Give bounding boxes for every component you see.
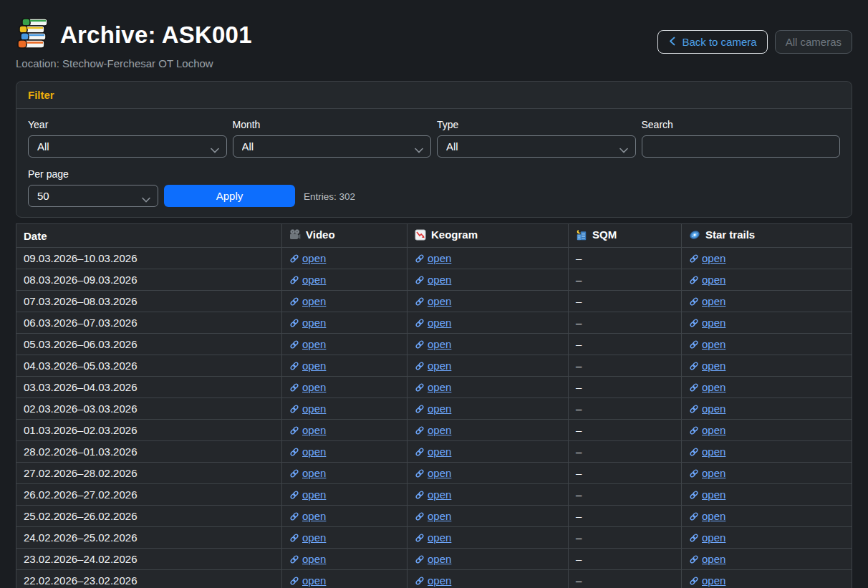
column-header-video: Video [282,224,408,248]
link-icon [289,404,299,414]
month-select[interactable]: All [233,135,432,158]
per-page-select[interactable]: 50 [28,185,158,207]
keogram-cell: open [408,549,569,570]
keogram-open-link[interactable]: open [415,338,451,350]
sqm-cell: – [569,506,682,527]
star-trails-open-link[interactable]: open [689,445,725,458]
link-icon [689,382,699,392]
keogram-open-link[interactable]: open [415,381,451,393]
video-open-link[interactable]: open [289,338,326,350]
video-cell: open [282,377,408,398]
table-row: 03.03.2026–04.03.2026 open open – open [16,377,852,398]
year-select[interactable]: All [28,135,227,158]
filter-panel: Filter Year All Month [16,81,852,218]
keogram-cell: open [408,334,569,355]
location-text: Location: Stechow-Ferchesar OT Lochow [16,57,252,69]
video-open-link[interactable]: open [289,553,326,565]
video-cell: open [282,441,408,463]
keogram-cell: open [408,398,569,420]
star-trails-open-link[interactable]: open [689,274,725,286]
star-trails-open-link[interactable]: open [689,488,725,501]
keogram-open-link[interactable]: open [415,510,451,522]
video-open-link[interactable]: open [289,403,326,415]
sqm-cell: – [569,269,682,291]
keogram-open-link[interactable]: open [415,488,451,501]
video-open-link[interactable]: open [289,252,326,264]
star-trails-open-link[interactable]: open [689,531,725,544]
keogram-open-link[interactable]: open [415,424,451,436]
apply-button[interactable]: Apply [164,185,295,207]
keogram-open-link[interactable]: open [415,553,451,565]
link-icon [289,554,299,564]
video-open-link[interactable]: open [289,360,326,372]
keogram-open-link[interactable]: open [415,403,451,415]
keogram-open-link[interactable]: open [415,445,451,458]
star-trails-open-link[interactable]: open [689,252,725,264]
video-open-link[interactable]: open [289,445,326,458]
archive-table-body: 09.03.2026–10.03.2026 open open – open 0… [16,248,852,588]
video-open-link[interactable]: open [289,317,326,329]
type-select[interactable]: All [437,135,636,158]
star-trails-open-link[interactable]: open [689,381,725,393]
column-header-sqm: SQM [569,224,682,248]
star-trails-cell: open [682,484,852,506]
link-icon [689,447,699,457]
date-cell: 02.03.2026–03.03.2026 [16,398,282,420]
star-trails-open-link[interactable]: open [689,510,725,522]
video-open-link[interactable]: open [289,467,326,479]
keogram-open-link[interactable]: open [415,531,451,544]
video-open-link[interactable]: open [289,274,326,286]
star-trails-open-link[interactable]: open [689,338,725,350]
video-open-link[interactable]: open [289,424,326,436]
star-trails-open-link[interactable]: open [689,424,725,436]
keogram-open-link[interactable]: open [415,574,451,587]
star-trails-open-link[interactable]: open [689,317,725,329]
star-trails-cell: open [682,398,852,420]
star-trails-open-link[interactable]: open [689,574,725,587]
link-icon [415,254,425,264]
link-icon [415,468,425,478]
video-cell: open [282,506,408,527]
sqm-cell: – [569,420,682,441]
keogram-open-link[interactable]: open [415,295,451,307]
table-row: 02.03.2026–03.03.2026 open open – open [16,398,852,420]
star-trails-cell: open [682,463,852,484]
table-row: 06.03.2026–07.03.2026 open open – open [16,312,852,334]
keogram-open-link[interactable]: open [415,252,451,264]
back-to-camera-button[interactable]: Back to camera [657,30,767,54]
video-open-link[interactable]: open [289,574,326,587]
star-trails-open-link[interactable]: open [689,360,725,372]
star-trails-open-link[interactable]: open [689,467,725,479]
search-input[interactable] [642,135,841,158]
date-cell: 22.02.2026–23.02.2026 [16,570,282,588]
link-icon [289,297,299,307]
link-icon [415,576,425,586]
keogram-open-link[interactable]: open [415,317,451,329]
video-open-link[interactable]: open [289,295,326,307]
keogram-open-link[interactable]: open [415,360,451,372]
keogram-icon [415,229,426,244]
video-cell: open [282,570,408,588]
link-icon [415,318,425,328]
column-header-star-trails: Star trails [682,224,852,248]
star-trails-open-link[interactable]: open [689,553,725,565]
keogram-open-link[interactable]: open [415,274,451,286]
video-open-link[interactable]: open [289,531,326,544]
search-label: Search [642,119,841,130]
star-trails-open-link[interactable]: open [689,403,725,415]
all-cameras-button[interactable]: All cameras [775,30,852,54]
star-trails-cell: open [682,420,852,441]
keogram-open-link[interactable]: open [415,467,451,479]
keogram-cell: open [408,291,569,312]
table-row: 08.03.2026–09.03.2026 open open – open [16,269,852,291]
link-icon [415,275,425,285]
video-open-link[interactable]: open [289,510,326,522]
link-icon [289,425,299,435]
link-icon [289,275,299,285]
star-trails-open-link[interactable]: open [689,295,725,307]
star-trails-cell: open [682,312,852,334]
video-open-link[interactable]: open [289,488,326,501]
video-open-link[interactable]: open [289,381,326,393]
link-icon [415,382,425,392]
sqm-cell: – [569,334,682,355]
